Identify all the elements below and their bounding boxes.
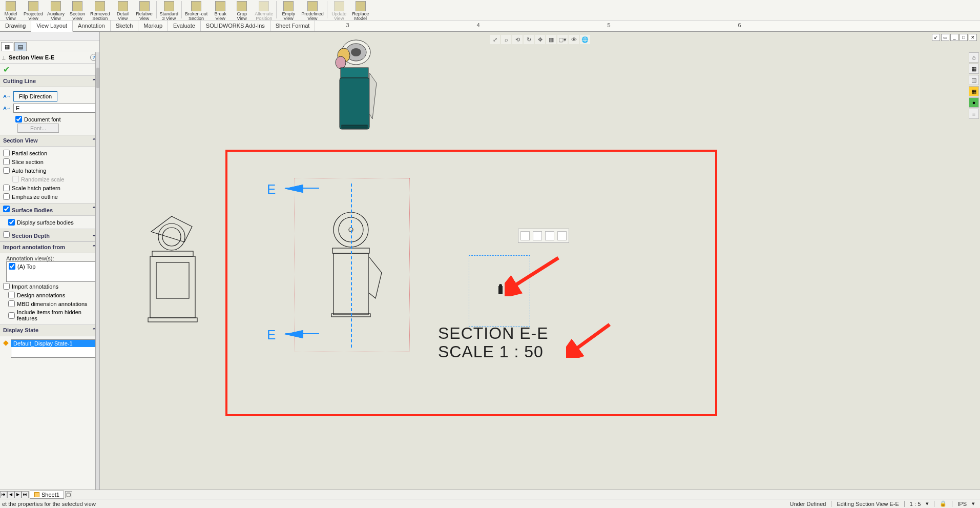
status-units[interactable]: IPS	[957, 501, 967, 507]
isometric-view	[325, 37, 382, 139]
svg-rect-12	[156, 262, 189, 298]
zoom-prev-icon[interactable]: ⟲	[512, 35, 523, 44]
context-btn-2[interactable]	[533, 231, 542, 240]
zoom-fit-icon[interactable]: ⤢	[490, 35, 500, 44]
feature-tree-tab[interactable]: ▦	[1, 42, 13, 51]
context-btn-4[interactable]	[557, 231, 567, 240]
status-editing: Editing Section View E-E	[837, 501, 899, 507]
rotate-icon[interactable]: ↻	[524, 35, 534, 44]
ribbon-model-view[interactable]: Model View	[0, 0, 22, 22]
slice-section-checkbox[interactable]	[3, 158, 10, 165]
ribbon-predefined-view[interactable]: Predefined View	[299, 0, 326, 22]
import-annotations-checkbox[interactable]	[3, 283, 10, 290]
ribbon-crop-view[interactable]: Crop View	[231, 0, 253, 22]
window-control-1[interactable]: ↙	[932, 34, 940, 41]
window-close[interactable]: ✕	[969, 34, 977, 41]
window-control-2[interactable]: ▭	[941, 34, 949, 41]
property-manager-panel: ▦ ▤ ⟂ Section View E-E ? ✔ Cutting Line⌃…	[0, 32, 100, 490]
appearances-tab-icon[interactable]: ▦	[969, 86, 979, 96]
drawing-canvas[interactable]: ⤢ ⌕ ⟲ ↻ ✥ ▦ ▢▾ 👁 🌐 ↙ ▭ _ □ ✕ ⌂ ▦ ◫ ▦ ● ≡	[100, 32, 980, 490]
sheet-nav-prev[interactable]: ◀	[7, 491, 14, 498]
annotation-views-listbox[interactable]: (A) Top	[6, 261, 96, 282]
design-annotations-checkbox[interactable]	[8, 292, 15, 298]
ok-button[interactable]: ✔	[0, 64, 99, 75]
tab-view-layout[interactable]: View Layout	[31, 21, 73, 32]
emphasize-outline-checkbox[interactable]	[3, 193, 10, 200]
svg-point-9	[162, 228, 181, 246]
ribbon-empty-view[interactable]: Empty View	[278, 0, 299, 22]
status-lock-icon[interactable]: 🔒	[940, 500, 947, 507]
tab-annotation[interactable]: Annotation	[73, 21, 111, 31]
display-state-item[interactable]: Default_Display State-1	[11, 340, 96, 347]
3d-drawing-icon[interactable]: ▦	[546, 35, 556, 44]
display-surface-bodies-checkbox[interactable]	[8, 219, 15, 226]
context-btn-3[interactable]	[545, 231, 554, 240]
tab-addins[interactable]: SOLIDWORKS Add-Ins	[201, 21, 270, 31]
view-palette-icon[interactable]: ◫	[969, 75, 979, 85]
ribbon-removed-section[interactable]: Removed Section	[88, 0, 112, 22]
add-sheet-button[interactable]: ▢	[65, 491, 72, 498]
sheet-nav-first[interactable]: ⏮	[0, 491, 7, 498]
ribbon-section-view[interactable]: Section View	[67, 0, 88, 22]
section-cutting-line-header[interactable]: Cutting Line⌃	[0, 75, 99, 87]
zoom-area-icon[interactable]: ⌕	[501, 35, 511, 44]
world-icon[interactable]: 🌐	[580, 35, 590, 44]
sheet-tab-sheet1[interactable]: Sheet1	[30, 491, 64, 499]
tab-evaluate[interactable]: Evaluate	[168, 21, 201, 31]
pan-icon[interactable]: ✥	[535, 35, 545, 44]
section-letter-input[interactable]	[13, 104, 96, 113]
partial-section-checkbox[interactable]	[3, 150, 10, 156]
resources-tab-icon[interactable]: ▦	[969, 64, 979, 74]
ribbon-detail-view[interactable]: Detail View	[112, 0, 134, 22]
window-minimize[interactable]: _	[950, 34, 958, 41]
property-manager-tab[interactable]: ▤	[14, 42, 27, 51]
section-display-state-header[interactable]: Display State⌃	[0, 324, 99, 336]
annotation-views-label: Annotation view(s):	[6, 255, 96, 261]
front-drawing-view[interactable]	[320, 211, 387, 329]
section-view-icon: ⟂	[2, 54, 6, 60]
annotation-view-top-checkbox[interactable]	[9, 263, 15, 270]
home-tab-icon[interactable]: ⌂	[969, 52, 979, 63]
tab-drawing[interactable]: Drawing	[0, 21, 31, 31]
section-depth-checkbox[interactable]	[3, 231, 10, 238]
section-import-annotation-header[interactable]: Import annotation from⌃	[0, 241, 99, 253]
panel-scrollbar[interactable]	[95, 52, 99, 490]
section-cutting-line[interactable]	[351, 184, 352, 348]
display-style-icon[interactable]: ▢▾	[557, 35, 568, 44]
status-under-defined: Under Defined	[789, 501, 826, 507]
section-surface-bodies-header[interactable]: Surface Bodies⌃	[0, 203, 99, 216]
ribbon-broken-out-section[interactable]: Broken-out Section	[183, 0, 210, 22]
svg-point-4	[336, 56, 346, 69]
tab-markup[interactable]: Markup	[138, 21, 168, 31]
display-state-listbox[interactable]: Default_Display State-1	[11, 339, 96, 358]
section-section-view-header[interactable]: Section View⌃	[0, 135, 99, 147]
document-window-controls: ↙ ▭ _ □ ✕	[932, 34, 977, 41]
forum-tab-icon[interactable]: ≡	[969, 109, 979, 119]
flip-direction-button[interactable]: Flip Direction	[13, 91, 57, 101]
ribbon-projected-view[interactable]: Projected View	[22, 0, 45, 22]
sheet-nav-next[interactable]: ▶	[14, 491, 22, 498]
ribbon-standard-3-view[interactable]: Standard 3 View	[158, 0, 181, 22]
mbd-annotations-checkbox[interactable]	[8, 300, 15, 307]
auto-hatching-checkbox[interactable]	[3, 167, 10, 174]
include-hidden-checkbox[interactable]	[8, 312, 15, 319]
window-maximize[interactable]: □	[960, 34, 968, 41]
ribbon-break-view[interactable]: Break View	[210, 0, 231, 22]
document-font-checkbox[interactable]	[15, 116, 22, 123]
tab-sketch[interactable]: Sketch	[111, 21, 139, 31]
surface-bodies-checkbox[interactable]	[3, 206, 10, 212]
sheet-nav-last[interactable]: ⏭	[22, 491, 29, 498]
font-button: Font...	[17, 124, 59, 133]
ribbon-relative-view[interactable]: Relative View	[134, 0, 155, 22]
custom-props-icon[interactable]: ●	[969, 97, 979, 108]
context-btn-1[interactable]	[520, 231, 530, 240]
ribbon-auxiliary-view[interactable]: Auxiliary View	[45, 0, 67, 22]
hide-show-icon[interactable]: 👁	[569, 35, 579, 44]
section-section-depth-header[interactable]: Section Depth⌄	[0, 229, 99, 241]
direction-1-icon: A↔	[3, 93, 11, 100]
status-scale[interactable]: 1 : 5	[910, 501, 921, 507]
ribbon-replace-model[interactable]: Replace Model	[350, 0, 371, 22]
tab-sheet-format[interactable]: Sheet Format	[270, 21, 316, 31]
scale-hatch-checkbox[interactable]	[3, 185, 10, 191]
label-letter-icon: A↔	[3, 105, 11, 112]
